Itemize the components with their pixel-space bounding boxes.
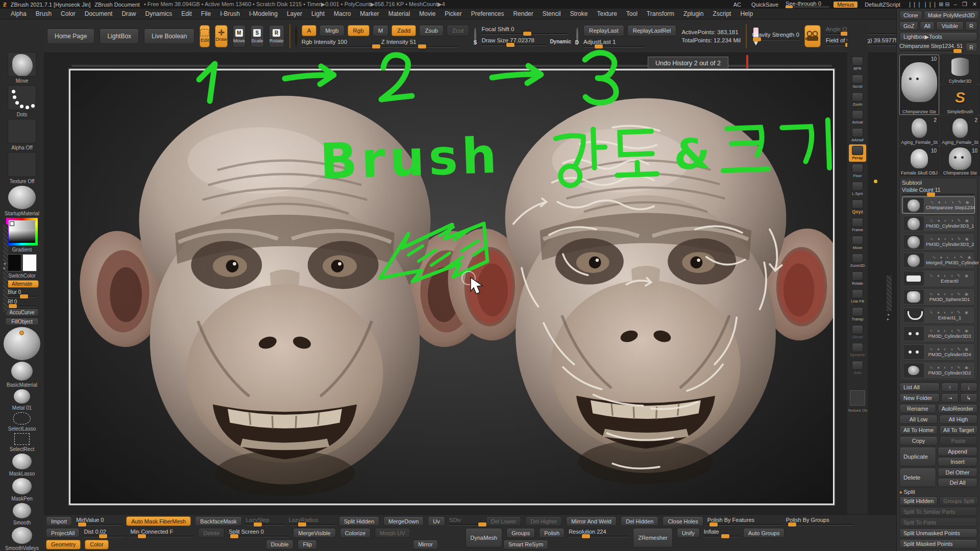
viewport-toggle-button[interactable]: Frame [849, 216, 866, 234]
bottom-bar-item[interactable]: Mirror [413, 540, 438, 549]
subtool-row[interactable]: ∿ ● ◐ ◑ ✎ ◉ PM3D_Cylinder3D3_2 [902, 233, 975, 251]
menu-item[interactable]: I-Brush [215, 9, 244, 18]
scale-gizmo-button[interactable]: S Scale [251, 25, 264, 47]
menus-toggle-button[interactable]: Menus [834, 2, 857, 8]
edit-mode-button[interactable]: Edit [200, 25, 210, 47]
del-other-button[interactable]: Del Other [938, 468, 977, 477]
lightbox-tools-button[interactable]: Lightbox▶Tools [899, 32, 977, 41]
all-to-home-button[interactable]: All To Home [899, 425, 938, 435]
menu-item[interactable]: Marker [355, 9, 383, 18]
live-boolean-button[interactable]: Live Boolean [144, 29, 194, 44]
alpha-slot[interactable] [8, 119, 36, 143]
menu-item[interactable]: File [197, 9, 215, 18]
basic-material-sphere[interactable] [11, 362, 33, 381]
lightbox-button[interactable]: LightBox [100, 29, 139, 44]
bottom-bar-item[interactable]: Auto Mask FiberMesh [126, 516, 191, 526]
all-to-target-button[interactable]: All To Target [939, 425, 978, 435]
replay-last-rel-button[interactable]: ReplayLastRel [627, 25, 677, 36]
menu-item[interactable]: Dynamics [140, 9, 177, 18]
menu-item[interactable]: Zplugin [679, 9, 708, 18]
bottom-bar-item[interactable]: Polish By Features [707, 517, 782, 525]
see-through-slider[interactable]: See-through 0 [786, 1, 829, 8]
subtool-row-icons[interactable]: ∿ ● ◐ ◑ ✎ ◉ [930, 218, 970, 223]
rf-slider[interactable]: Rf 0 [8, 299, 36, 307]
color-intensity-sphere[interactable] [4, 327, 40, 360]
subtool-row[interactable]: ∿ ● ◐ ◑ ✎ ◉ Chimpanzee Step1234 [902, 196, 975, 214]
bottom-bar-item[interactable]: Min Connected F [130, 529, 194, 537]
stroke-compass-icon[interactable]: S [474, 28, 476, 45]
mrgb-button[interactable]: Mrgb [320, 25, 344, 36]
smooth-brush-sphere[interactable] [13, 503, 31, 518]
bottom-bar-item[interactable]: Geometry [46, 540, 81, 549]
append-button[interactable]: Append [938, 447, 977, 456]
tool-r-button[interactable]: R [965, 43, 977, 52]
main-color-swatch[interactable] [7, 254, 21, 271]
menu-item[interactable]: Preferences [467, 9, 509, 18]
subtool-row-icons[interactable]: ∿ ● ◐ ◑ ✎ ◉ [930, 237, 970, 241]
goz-r-button[interactable]: R [965, 21, 977, 31]
split-to-parts-button[interactable]: Split To Parts [899, 518, 977, 527]
tool-thumb-skull[interactable]: 10 Female Skull OBJ [899, 146, 939, 176]
subtool-row-icons[interactable]: ∿ ● ◐ ◑ ✎ ◉ [929, 329, 970, 333]
select-lasso-icon[interactable] [13, 412, 31, 424]
bottom-bar-item[interactable]: Groups [506, 528, 535, 538]
ac-button[interactable]: AC [730, 2, 744, 8]
blur-slider[interactable]: Blur 0 [8, 289, 36, 297]
bottom-bar-item[interactable]: Split Hidden [339, 516, 379, 526]
bottom-bar-item[interactable]: MergeDown [383, 516, 424, 526]
zsub-button[interactable]: Zsub [419, 25, 444, 36]
menu-item[interactable]: Color [56, 9, 80, 18]
viewport-toggle-button[interactable]: Dynamic [849, 341, 866, 359]
bottom-bar-item[interactable]: LazyStep [246, 517, 285, 525]
subtool-row[interactable]: ∿ ● ◐ ◑ ✎ ◉ PM3D_Cylinder3D2 [902, 362, 975, 379]
menu-item[interactable]: Transform [642, 9, 679, 18]
split-masked-button[interactable]: Split Masked Points [899, 539, 977, 548]
menu-item[interactable]: Picker [440, 9, 466, 18]
split-section-header[interactable]: ●Split [899, 489, 977, 495]
viewport-toggle-button[interactable]: AAHalf [849, 127, 866, 144]
menu-item[interactable]: Zscript [708, 9, 736, 18]
all-low-button[interactable]: All Low [899, 415, 938, 424]
stroke-type-slot[interactable] [8, 85, 36, 110]
bottom-bar-item[interactable]: Smart ReSym [503, 540, 548, 549]
viewport-toggle-button[interactable]: BPR [849, 55, 866, 72]
subtool-down-button[interactable]: ↓ [960, 383, 977, 392]
duplicate-button[interactable]: Duplicate [899, 447, 936, 466]
sculptris-pencil-icon[interactable] [746, 24, 747, 48]
viewport-toggle-button[interactable]: Qxyz [849, 198, 866, 216]
subtool-row-icons[interactable]: ∿ ● ◐ ◑ ✎ ◉ [929, 310, 970, 315]
bottom-bar-item[interactable]: Delete [198, 528, 225, 538]
chimp-head-right[interactable] [441, 98, 833, 484]
subtool-header[interactable]: Subtool [902, 180, 975, 186]
bottom-bar-item[interactable]: MergeVisible [293, 528, 335, 538]
subtool-row-icons[interactable]: ∿ ● ◐ ◑ ✎ ◉ [929, 347, 970, 352]
viewport-toggle-button[interactable]: Move [849, 234, 866, 252]
viewport-toggle-button[interactable]: Actual [849, 109, 866, 126]
bottom-bar-item[interactable]: Del Lower [486, 516, 522, 526]
bottom-bar-item[interactable]: Del Hidden [621, 516, 658, 526]
focal-shift-slider[interactable]: Focal Shift 0 [481, 26, 568, 35]
left-divider-handle[interactable] [3, 224, 8, 312]
insert-button[interactable]: Insert [938, 457, 977, 466]
menu-item[interactable]: Tool [622, 9, 642, 18]
current-brush-slot[interactable] [8, 52, 36, 77]
viewport-toggle-button[interactable]: Zoom [849, 91, 866, 108]
list-all-button[interactable]: List All [899, 383, 940, 392]
goz-visible-button[interactable]: Visible [936, 21, 964, 31]
bottom-bar-item[interactable]: Polish By Groups [786, 517, 853, 525]
smooth-valleys-sphere[interactable] [12, 527, 32, 544]
bottom-bar-item[interactable]: Close Holes [663, 516, 703, 526]
chimp-head-left[interactable] [72, 96, 497, 496]
alpha-toggle-button[interactable]: A [302, 25, 317, 36]
m-button[interactable]: M [373, 25, 389, 36]
see-through-track[interactable] [786, 6, 829, 8]
bottom-bar-item[interactable]: ZRemesher [633, 528, 672, 547]
move-to-folder-button[interactable]: ➝ [941, 393, 959, 403]
tool-thumb-aging-female-1[interactable]: 2 Aging_Female_St [899, 116, 939, 145]
viewport-toggle-button[interactable]: Transp [849, 306, 866, 323]
viewport-toggle-button[interactable]: Line Fill [849, 288, 866, 305]
rgb-button[interactable]: Rgb [348, 25, 370, 36]
color-swatches[interactable] [7, 254, 37, 271]
bottom-bar-item[interactable]: Inflate [704, 529, 739, 537]
accucurve-button[interactable]: AccuCurve [5, 309, 39, 316]
